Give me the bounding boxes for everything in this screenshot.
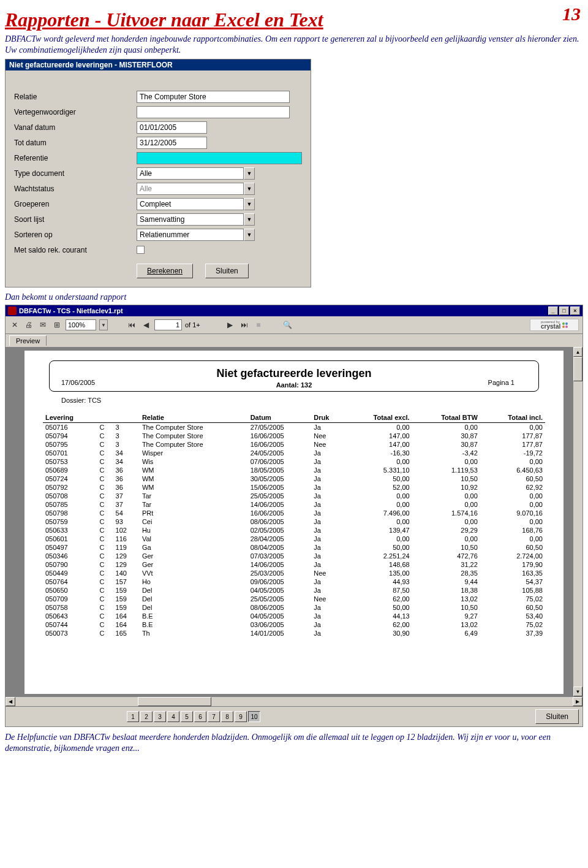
- pager-page-6[interactable]: 6: [194, 711, 206, 722]
- berekenen-button[interactable]: Berekenen: [137, 264, 193, 278]
- table-row: 050785C37Tar14/06/2005Ja0,000,000,00: [43, 500, 545, 509]
- tot-input[interactable]: [137, 137, 207, 149]
- pager-page-1[interactable]: 1: [127, 711, 139, 722]
- scroll-down-icon[interactable]: ▼: [573, 687, 582, 696]
- col-header: Datum: [248, 413, 312, 423]
- toolbar: ✕ 🖨 ✉ ⊞ ▼ ⏮ ◀ of 1+ ▶ ⏭ ■ 🔍 powered by c…: [6, 316, 582, 334]
- table-row: 050708C37Tar25/05/2005Ja0,000,000,00: [43, 492, 545, 500]
- table-row: 050601C116Val28/04/2005Ja0,000,000,00: [43, 535, 545, 543]
- pager-page-9[interactable]: 9: [235, 711, 247, 722]
- scroll-up-icon[interactable]: ▲: [573, 347, 582, 357]
- pager-page-10[interactable]: 10: [248, 711, 260, 722]
- dialog-titlebar: Niet gefactureerde leveringen - MISTERFL…: [6, 59, 311, 70]
- pager-row: 12345678910 Sluiten: [6, 706, 582, 726]
- zoom-input[interactable]: [66, 319, 96, 330]
- sort-combo[interactable]: [137, 229, 244, 241]
- close-icon[interactable]: ✕: [9, 319, 20, 330]
- table-row: 050701C34Wisper24/05/2005Ja-16,30-3,42-1…: [43, 449, 545, 457]
- crystal-logo: powered by crystal: [530, 319, 579, 331]
- filter-dialog: Niet gefactureerde leveringen - MISTERFL…: [5, 59, 311, 287]
- table-row: 050724C36WM30/05/2005Ja50,0010,5060,50: [43, 474, 545, 483]
- pager-page-4[interactable]: 4: [167, 711, 179, 722]
- report-window-title: DBFACTw - TCS - Nietfaclev1.rpt: [19, 307, 123, 314]
- vertegenwoordiger-input[interactable]: [137, 106, 290, 118]
- chevron-down-icon: ▼: [244, 183, 255, 195]
- table-row: 050792C36WM15/06/2005Ja52,0010,9262,92: [43, 483, 545, 492]
- table-row: 050346C129Ger07/03/2005Ja2.251,24472,762…: [43, 552, 545, 560]
- table-row: 050795C3The Computer Store16/06/2005Nee1…: [43, 440, 545, 449]
- pager-page-2[interactable]: 2: [140, 711, 153, 722]
- relatie-input[interactable]: [137, 91, 290, 103]
- page-number: 13: [562, 4, 581, 25]
- soort-combo[interactable]: [137, 213, 244, 226]
- vanaf-label: Vanaf datum: [14, 123, 137, 132]
- table-row: 050709C159Del25/05/2005Nee62,0013,0275,0…: [43, 595, 545, 603]
- table-row: 050650C159Del04/05/2005Ja87,5018,38105,8…: [43, 586, 545, 595]
- report-table: LeveringRelatieDatumDrukTotaal excl.Tota…: [43, 413, 545, 638]
- pager-page-3[interactable]: 3: [154, 711, 166, 722]
- saldo-label: Met saldo rek. courant: [14, 246, 137, 254]
- referentie-label: Referentie: [14, 154, 137, 162]
- col-header: Totaal BTW: [412, 413, 480, 423]
- search-icon[interactable]: 🔍: [282, 319, 293, 330]
- table-row: 050716C3The Computer Store27/05/2005Ja0,…: [43, 423, 545, 432]
- vertical-scrollbar[interactable]: ▲ ▼: [573, 347, 582, 696]
- app-icon: [8, 306, 17, 315]
- footer-text: De Helpfunctie van DBFACTw beslaat meerd…: [5, 732, 583, 754]
- table-row: 050744C164B.E03/06/2005Ja62,0013,0275,02: [43, 620, 545, 629]
- report-window: DBFACTw - TCS - Nietfaclev1.rpt _ □ × ✕ …: [5, 305, 583, 727]
- table-row: 050643C164B.E04/05/2005Ja44,139,2753,40: [43, 612, 545, 620]
- report-sluiten-button[interactable]: Sluiten: [535, 709, 579, 724]
- pager-page-7[interactable]: 7: [208, 711, 220, 722]
- table-row: 050753C34Wis07/06/2005Ja0,000,000,00: [43, 457, 545, 466]
- page-title: Rapporten - Uitvoer naar Excel en Text: [5, 9, 583, 31]
- typedoc-combo[interactable]: [137, 167, 244, 180]
- table-row: 050794C3The Computer Store16/06/2005Nee1…: [43, 432, 545, 440]
- scroll-right-icon[interactable]: ▶: [573, 697, 582, 706]
- col-header: [113, 413, 140, 423]
- hscroll-thumb[interactable]: [138, 697, 211, 706]
- col-header: Relatie: [140, 413, 248, 423]
- wacht-label: Wachtstatus: [14, 185, 137, 193]
- tree-icon[interactable]: ⊞: [51, 319, 62, 330]
- preview-tab[interactable]: Preview: [9, 335, 47, 346]
- groep-combo[interactable]: [137, 198, 244, 210]
- chevron-down-icon[interactable]: ▼: [244, 229, 255, 241]
- pager-page-8[interactable]: 8: [221, 711, 233, 722]
- prev-page-icon[interactable]: ◀: [140, 319, 151, 330]
- last-page-icon[interactable]: ⏭: [239, 319, 250, 330]
- soort-label: Soort lijst: [14, 215, 137, 224]
- sub-text: Dan bekomt u onderstaand rapport: [5, 292, 583, 302]
- minimize-button[interactable]: _: [548, 306, 558, 315]
- print-icon[interactable]: 🖨: [23, 319, 34, 330]
- chevron-down-icon[interactable]: ▼: [244, 198, 255, 210]
- chevron-down-icon[interactable]: ▼: [244, 213, 255, 226]
- scroll-thumb[interactable]: [573, 357, 582, 381]
- export-icon[interactable]: ✉: [37, 319, 48, 330]
- saldo-checkbox[interactable]: [137, 246, 145, 254]
- col-header: Druk: [311, 413, 344, 423]
- table-row: 050497C119Ga08/04/2005Ja50,0010,5060,50: [43, 543, 545, 552]
- tot-label: Tot datum: [14, 139, 137, 147]
- table-row: 050790C129Ger14/06/2005Ja148,6831,22179,…: [43, 560, 545, 569]
- pager-page-5[interactable]: 5: [181, 711, 193, 722]
- table-row: 050073C165Th14/01/2005Ja30,906,4937,39: [43, 629, 545, 638]
- next-page-icon[interactable]: ▶: [225, 319, 236, 330]
- col-header: [97, 413, 113, 423]
- relatie-label: Relatie: [14, 93, 137, 101]
- referentie-input[interactable]: [137, 152, 302, 164]
- close-button[interactable]: ×: [570, 306, 580, 315]
- chevron-down-icon[interactable]: ▼: [244, 167, 255, 180]
- page-input[interactable]: [154, 319, 182, 330]
- stop-icon: ■: [253, 319, 264, 330]
- chevron-down-icon[interactable]: ▼: [99, 319, 108, 330]
- first-page-icon[interactable]: ⏮: [126, 319, 137, 330]
- col-header: Totaal excl.: [344, 413, 412, 423]
- sluiten-button[interactable]: Sluiten: [205, 264, 249, 278]
- horizontal-scrollbar[interactable]: ◀ ▶: [6, 696, 582, 706]
- vanaf-input[interactable]: [137, 121, 207, 134]
- col-header: Totaal incl.: [480, 413, 545, 423]
- scroll-left-icon[interactable]: ◀: [6, 697, 15, 706]
- maximize-button[interactable]: □: [559, 306, 569, 315]
- report-heading: Niet gefactureerde leveringen: [62, 367, 526, 380]
